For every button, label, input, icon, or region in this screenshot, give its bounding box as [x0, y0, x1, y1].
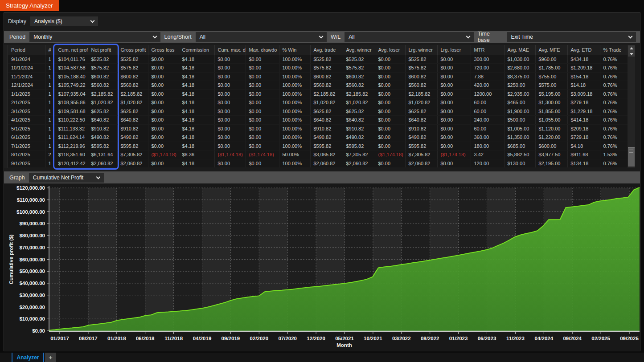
table-row[interactable]: 9/1/20251$120,412.42$2,060.82$2,060.82$0… — [8, 159, 628, 168]
table-cell: $2,060.82 — [310, 159, 343, 168]
column-header[interactable]: Avg. winner — [343, 45, 375, 55]
table-cell: $490.82 — [117, 133, 148, 142]
column-header[interactable]: Cum. max. d — [214, 45, 246, 55]
table-cell: $2,060.82 — [405, 159, 437, 168]
table-cell: $0.00 — [375, 55, 405, 64]
table-cell: 2/1/2025 — [8, 98, 45, 107]
chevron-down-icon — [96, 175, 100, 179]
table-cell: $0.00 — [437, 107, 471, 116]
table-row[interactable]: 8/1/20252$118,351.60$6,131.64$7,305.82($… — [8, 150, 628, 159]
column-header[interactable]: Lrg. winner — [405, 45, 437, 55]
tab-analyzer[interactable]: Analyzer — [12, 353, 44, 362]
x-tick-label: 05/2021 — [335, 336, 354, 341]
table-row[interactable]: 10/1/20241$104,587.58$575.82$575.82$0.00… — [8, 64, 628, 73]
table-cell: $560.82 — [88, 81, 117, 90]
table-row[interactable]: 6/1/20251$111,624.14$490.82$490.82$0.00$… — [8, 133, 628, 142]
scroll-down-button[interactable] — [628, 51, 635, 57]
column-header[interactable]: Avg. ETD — [567, 45, 600, 55]
table-cell: 1 — [45, 81, 55, 90]
filter-long-short-dropdown[interactable]: All — [196, 32, 327, 42]
table-cell: 100.00% — [279, 98, 310, 107]
table-row[interactable]: 9/1/20241$104,011.76$525.82$525.82$0.00$… — [8, 55, 628, 64]
table-cell: 100.00% — [279, 116, 310, 125]
table-cell: $105,188.40 — [55, 72, 88, 81]
table-cell: $1,900.00 — [504, 107, 535, 116]
table-cell: $0.00 — [214, 159, 246, 168]
table-row[interactable]: 11/1/20241$105,188.40$600.82$600.82$0.00… — [8, 72, 628, 81]
table-cell: 10/1/2024 — [8, 64, 45, 73]
table-cell: $0.00 — [148, 116, 179, 125]
scrollbar-thumb[interactable] — [628, 147, 635, 167]
table-cell: $575.82 — [405, 64, 437, 73]
column-header[interactable]: Avg. loser — [375, 45, 405, 55]
column-header[interactable]: Lrg. loser — [437, 45, 471, 55]
table-cell: $625.82 — [310, 107, 343, 116]
table-cell: 1 — [45, 159, 55, 168]
table-cell: $910.82 — [88, 124, 117, 133]
table-cell: $729.18 — [567, 133, 600, 142]
table-cell: $4.18 — [179, 64, 214, 73]
column-header[interactable]: # — [45, 45, 55, 55]
table-row[interactable]: 7/1/20251$112,219.96$595.82$595.82$0.00$… — [8, 142, 628, 150]
table-cell: $625.82 — [343, 107, 375, 116]
chevron-down-icon — [628, 34, 633, 39]
table-cell: $0.00 — [148, 64, 179, 73]
table-cell: 0.76% — [600, 72, 628, 81]
table-cell: $2,195.00 — [535, 159, 567, 168]
table-cell: $0.00 — [148, 107, 179, 116]
graph-toolbar: Graph Cumulative Net Profit — [4, 171, 640, 183]
display-dropdown[interactable]: Analysis ($) — [30, 16, 98, 26]
table-scrollbar[interactable] — [628, 45, 635, 168]
table-row[interactable]: 3/1/20251$109,581.68$625.82$625.82$0.00$… — [8, 107, 628, 116]
scroll-up-button[interactable] — [628, 45, 635, 51]
table-cell: $0.00 — [246, 55, 279, 64]
table-cell: 100.00% — [279, 89, 310, 98]
x-tick-label: 09/2025 — [620, 336, 639, 341]
table-cell: 2 — [45, 150, 55, 159]
column-header[interactable]: Commission — [179, 45, 214, 55]
table-row[interactable]: 4/1/20251$110,222.50$640.82$640.82$0.00$… — [8, 116, 628, 125]
column-header[interactable]: % Win — [279, 45, 310, 55]
filter-w-l-value: All — [349, 34, 354, 40]
table-cell: 100.00% — [279, 72, 310, 81]
column-header[interactable]: Period — [8, 45, 45, 55]
column-header[interactable]: Gross loss — [148, 45, 179, 55]
table-cell: $600.82 — [405, 72, 437, 81]
window-title-tab[interactable]: Strategy Analyzer — [0, 0, 59, 11]
y-tick-label: $30,000.00 — [19, 293, 45, 298]
table-row[interactable]: 2/1/20251$108,955.86$1,020.82$1,020.82$0… — [8, 98, 628, 107]
filter-w-l-dropdown[interactable]: All — [345, 32, 473, 42]
table-cell: $490.82 — [310, 133, 343, 142]
table-cell: $0.00 — [437, 133, 471, 142]
table-cell: $108,955.86 — [55, 98, 88, 107]
column-header[interactable]: Net profit — [88, 45, 117, 55]
column-header[interactable]: % Trade — [600, 45, 628, 55]
table-cell: 7.88 — [471, 72, 504, 81]
table-cell: $525.82 — [88, 55, 117, 64]
column-header[interactable]: Cum. net profit — [55, 45, 88, 55]
table-row[interactable]: 5/1/20251$111,133.32$910.82$910.82$0.00$… — [8, 124, 628, 133]
performance-table-area: Period#Cum. net profitNet profitGross pr… — [4, 45, 640, 169]
table-cell: ($1,174.18) — [148, 150, 179, 159]
column-header[interactable]: MTR — [471, 45, 504, 55]
table-cell: $0.00 — [437, 64, 471, 73]
column-header[interactable]: Avg. trade — [310, 45, 343, 55]
filter-time-base-value: Exit Time — [511, 34, 533, 40]
table-cell: $2,060.82 — [343, 159, 375, 168]
column-header[interactable]: Avg. MFE — [535, 45, 567, 55]
table-cell: $0.00 — [214, 116, 246, 125]
table-row[interactable]: 1/1/20251$107,935.04$2,185.82$2,185.82$0… — [8, 89, 628, 98]
graph-type-dropdown[interactable]: Cumulative Net Profit — [29, 173, 104, 183]
filter-time-base-dropdown[interactable]: Exit Time — [507, 32, 636, 42]
column-header[interactable]: Avg. MAE — [504, 45, 535, 55]
column-header[interactable]: Max. drawdo — [246, 45, 279, 55]
column-header[interactable]: Gross profit — [117, 45, 148, 55]
table-cell: $2,060.82 — [88, 159, 117, 168]
add-tab-button[interactable]: + — [45, 353, 56, 362]
filter-label-period: Period — [9, 34, 25, 40]
table-cell: 60.00 — [471, 98, 504, 107]
table-cell: 0.76% — [600, 81, 628, 90]
table-row[interactable]: 12/1/20241$105,749.22$560.82$560.82$0.00… — [8, 81, 628, 90]
table-cell: 1 — [45, 142, 55, 150]
filter-period-dropdown[interactable]: Monthly — [29, 32, 160, 42]
